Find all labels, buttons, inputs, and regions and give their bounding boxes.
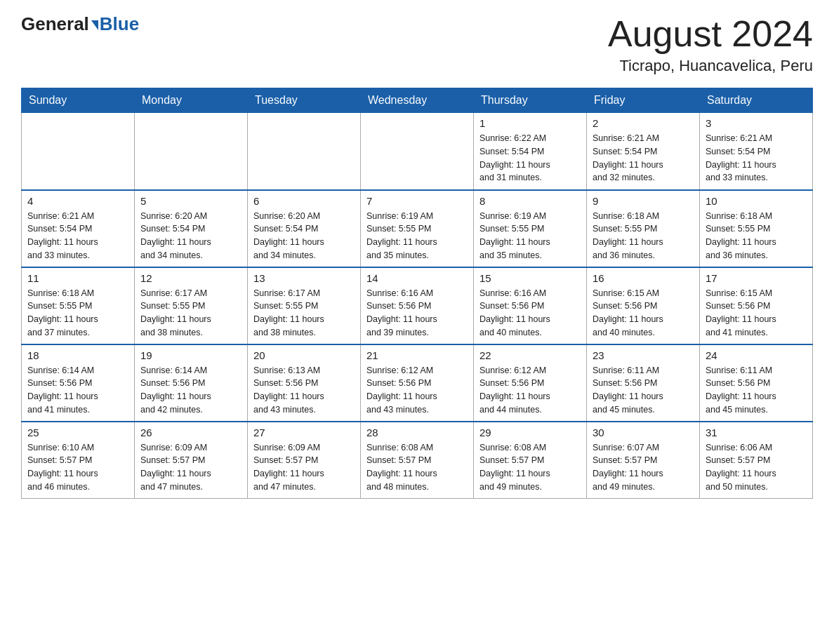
week-row-3: 11Sunrise: 6:18 AMSunset: 5:55 PMDayligh… [22, 267, 813, 344]
day-info: Sunrise: 6:17 AMSunset: 5:55 PMDaylight:… [140, 287, 241, 340]
day-number: 2 [593, 117, 694, 129]
day-info: Sunrise: 6:08 AMSunset: 5:57 PMDaylight:… [366, 441, 468, 494]
day-info: Sunrise: 6:15 AMSunset: 5:56 PMDaylight:… [706, 287, 807, 340]
table-row: 1Sunrise: 6:22 AMSunset: 5:54 PMDaylight… [474, 113, 587, 190]
day-number: 7 [366, 195, 468, 207]
col-tuesday: Tuesday [248, 88, 361, 113]
day-number: 22 [479, 349, 581, 361]
day-info: Sunrise: 6:18 AMSunset: 5:55 PMDaylight:… [593, 210, 694, 262]
title-block: August 2024 Ticrapo, Huancavelica, Peru [608, 14, 813, 75]
day-number: 27 [253, 427, 355, 438]
day-number: 20 [253, 349, 355, 361]
calendar-table: Sunday Monday Tuesday Wednesday Thursday… [21, 88, 813, 499]
day-info: Sunrise: 6:10 AMSunset: 5:57 PMDaylight:… [27, 441, 128, 494]
day-info: Sunrise: 6:12 AMSunset: 5:56 PMDaylight:… [366, 364, 468, 417]
logo-triangle-icon [91, 20, 98, 30]
table-row: 19Sunrise: 6:14 AMSunset: 5:56 PMDayligh… [135, 344, 248, 422]
day-info: Sunrise: 6:20 AMSunset: 5:54 PMDaylight:… [140, 210, 241, 262]
day-number: 31 [706, 427, 807, 438]
col-sunday: Sunday [22, 88, 135, 113]
day-number: 11 [27, 272, 128, 284]
day-info: Sunrise: 6:15 AMSunset: 5:56 PMDaylight:… [593, 287, 694, 340]
month-title: August 2024 [608, 14, 813, 54]
table-row: 21Sunrise: 6:12 AMSunset: 5:56 PMDayligh… [361, 344, 474, 422]
day-number: 14 [366, 272, 468, 284]
day-info: Sunrise: 6:06 AMSunset: 5:57 PMDaylight:… [706, 441, 807, 494]
day-number: 25 [27, 427, 128, 438]
table-row: 3Sunrise: 6:21 AMSunset: 5:54 PMDaylight… [700, 113, 813, 190]
table-row: 28Sunrise: 6:08 AMSunset: 5:57 PMDayligh… [361, 422, 474, 499]
col-wednesday: Wednesday [361, 88, 474, 113]
week-row-5: 25Sunrise: 6:10 AMSunset: 5:57 PMDayligh… [22, 422, 813, 499]
day-info: Sunrise: 6:09 AMSunset: 5:57 PMDaylight:… [140, 441, 241, 494]
day-number: 19 [140, 349, 241, 361]
day-number: 1 [479, 117, 581, 129]
day-number: 23 [593, 349, 694, 361]
table-row: 13Sunrise: 6:17 AMSunset: 5:55 PMDayligh… [248, 267, 361, 344]
day-number: 15 [479, 272, 581, 284]
table-row: 25Sunrise: 6:10 AMSunset: 5:57 PMDayligh… [22, 422, 135, 499]
table-row: 24Sunrise: 6:11 AMSunset: 5:56 PMDayligh… [700, 344, 813, 422]
table-row: 22Sunrise: 6:12 AMSunset: 5:56 PMDayligh… [474, 344, 587, 422]
day-number: 17 [706, 272, 807, 284]
day-info: Sunrise: 6:21 AMSunset: 5:54 PMDaylight:… [706, 132, 807, 185]
logo: General Blue [21, 14, 139, 34]
table-row: 2Sunrise: 6:21 AMSunset: 5:54 PMDaylight… [587, 113, 700, 190]
day-number: 16 [593, 272, 694, 284]
day-info: Sunrise: 6:07 AMSunset: 5:57 PMDaylight:… [593, 441, 694, 494]
table-row: 6Sunrise: 6:20 AMSunset: 5:54 PMDaylight… [248, 190, 361, 267]
table-row: 29Sunrise: 6:08 AMSunset: 5:57 PMDayligh… [474, 422, 587, 499]
day-info: Sunrise: 6:13 AMSunset: 5:56 PMDaylight:… [253, 364, 355, 417]
day-number: 9 [593, 195, 694, 207]
day-info: Sunrise: 6:19 AMSunset: 5:55 PMDaylight:… [479, 210, 581, 262]
day-number: 3 [706, 117, 807, 129]
day-number: 30 [593, 427, 694, 438]
table-row: 4Sunrise: 6:21 AMSunset: 5:54 PMDaylight… [22, 190, 135, 267]
table-row: 30Sunrise: 6:07 AMSunset: 5:57 PMDayligh… [587, 422, 700, 499]
day-number: 26 [140, 427, 241, 438]
table-row: 27Sunrise: 6:09 AMSunset: 5:57 PMDayligh… [248, 422, 361, 499]
table-row: 20Sunrise: 6:13 AMSunset: 5:56 PMDayligh… [248, 344, 361, 422]
table-row: 9Sunrise: 6:18 AMSunset: 5:55 PMDaylight… [587, 190, 700, 267]
day-info: Sunrise: 6:16 AMSunset: 5:56 PMDaylight:… [479, 287, 581, 340]
page-header: General Blue August 2024 Ticrapo, Huanca… [21, 14, 813, 75]
col-monday: Monday [135, 88, 248, 113]
table-row: 17Sunrise: 6:15 AMSunset: 5:56 PMDayligh… [700, 267, 813, 344]
table-row: 10Sunrise: 6:18 AMSunset: 5:55 PMDayligh… [700, 190, 813, 267]
day-info: Sunrise: 6:14 AMSunset: 5:56 PMDaylight:… [27, 364, 128, 417]
table-row [361, 113, 474, 190]
day-info: Sunrise: 6:21 AMSunset: 5:54 PMDaylight:… [593, 132, 694, 185]
logo-blue: Blue [100, 14, 139, 34]
day-info: Sunrise: 6:21 AMSunset: 5:54 PMDaylight:… [27, 210, 128, 262]
table-row: 18Sunrise: 6:14 AMSunset: 5:56 PMDayligh… [22, 344, 135, 422]
table-row: 15Sunrise: 6:16 AMSunset: 5:56 PMDayligh… [474, 267, 587, 344]
table-row: 16Sunrise: 6:15 AMSunset: 5:56 PMDayligh… [587, 267, 700, 344]
day-number: 24 [706, 349, 807, 361]
logo-general: General [21, 14, 89, 34]
day-number: 18 [27, 349, 128, 361]
table-row: 14Sunrise: 6:16 AMSunset: 5:56 PMDayligh… [361, 267, 474, 344]
week-row-1: 1Sunrise: 6:22 AMSunset: 5:54 PMDaylight… [22, 113, 813, 190]
week-row-2: 4Sunrise: 6:21 AMSunset: 5:54 PMDaylight… [22, 190, 813, 267]
table-row: 5Sunrise: 6:20 AMSunset: 5:54 PMDaylight… [135, 190, 248, 267]
table-row: 12Sunrise: 6:17 AMSunset: 5:55 PMDayligh… [135, 267, 248, 344]
day-number: 29 [479, 427, 581, 438]
day-info: Sunrise: 6:12 AMSunset: 5:56 PMDaylight:… [479, 364, 581, 417]
day-number: 13 [253, 272, 355, 284]
table-row [22, 113, 135, 190]
table-row: 26Sunrise: 6:09 AMSunset: 5:57 PMDayligh… [135, 422, 248, 499]
day-info: Sunrise: 6:19 AMSunset: 5:55 PMDaylight:… [366, 210, 468, 262]
day-info: Sunrise: 6:14 AMSunset: 5:56 PMDaylight:… [140, 364, 241, 417]
calendar-header-row: Sunday Monday Tuesday Wednesday Thursday… [22, 88, 813, 113]
day-info: Sunrise: 6:08 AMSunset: 5:57 PMDaylight:… [479, 441, 581, 494]
day-info: Sunrise: 6:20 AMSunset: 5:54 PMDaylight:… [253, 210, 355, 262]
day-info: Sunrise: 6:18 AMSunset: 5:55 PMDaylight:… [706, 210, 807, 262]
day-number: 10 [706, 195, 807, 207]
table-row: 23Sunrise: 6:11 AMSunset: 5:56 PMDayligh… [587, 344, 700, 422]
col-friday: Friday [587, 88, 700, 113]
day-number: 4 [27, 195, 128, 207]
table-row [248, 113, 361, 190]
day-number: 28 [366, 427, 468, 438]
col-saturday: Saturday [700, 88, 813, 113]
week-row-4: 18Sunrise: 6:14 AMSunset: 5:56 PMDayligh… [22, 344, 813, 422]
